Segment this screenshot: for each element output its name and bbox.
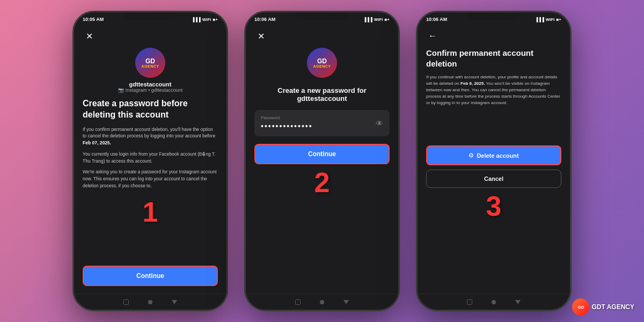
signal-icon-1: ▐▐▐ [192,17,201,22]
watermark-text: GDT AGENCY [591,303,634,311]
avatar-inner-2: GD AGENCY [307,48,337,78]
back-nav-1[interactable] [172,300,177,304]
signal-icon-3: ▐▐▐ [535,17,544,22]
screen3-title: Confirm permanent account deletion [426,48,561,69]
avatar-area-1: GD AGENCY gdttestaccount 📷 Instagram • g… [83,48,218,93]
status-icons-2: ▐▐▐ WiFi ■+ [363,17,390,22]
spacer-3 [426,222,561,286]
delete-account-button[interactable]: ⊙ Delete account [426,145,561,165]
close-icon-1[interactable]: ✕ [83,30,96,42]
continue-button-2[interactable]: Continue [254,144,390,164]
phone-notch-1 [123,12,177,20]
wifi-icon-3: WiFi [546,17,555,22]
cancel-button[interactable]: Cancel [426,170,561,188]
home-nav-3[interactable] [467,299,472,305]
phone-3: 10:06 AM ▐▐▐ WiFi ■+ ← Confirm permanent… [416,11,572,311]
watermark-logo: GD [572,298,589,316]
back-icon-3[interactable]: ← [426,30,439,42]
password-input-wrap[interactable]: Password •••••••••••••• 👁 [254,110,390,136]
screen3-body: If you continue with account deletion, y… [426,74,561,138]
wifi-icon-2: WiFi [374,17,383,22]
home-nav-1[interactable] [123,299,129,305]
screen2-top-nav: ✕ [254,30,390,42]
status-icons-1: ▐▐▐ WiFi ■+ [192,17,218,22]
battery-icon-2: ■+ [384,17,390,22]
logo-bottom-1: AGENCY [142,64,159,68]
avatar-area-2: GD AGENCY [254,48,390,81]
password-label: Password [261,115,313,120]
recents-nav-1[interactable] [148,300,152,304]
phone-notch-2 [295,12,349,20]
phone-screen-3: 10:06 AM ▐▐▐ WiFi ■+ ← Confirm permanent… [418,12,570,310]
bottom-bar-2 [246,294,398,310]
password-field-left: Password •••••••••••••• [261,115,313,131]
avatar-1: GD AGENCY [135,48,165,78]
screen2-content: ✕ GD AGENCY Create a new password for gd… [246,24,398,294]
screen1-content: ✕ GD AGENCY gdttestaccount 📷 Instagram •… [74,24,226,294]
phone-screen-2: 10:06 AM ▐▐▐ WiFi ■+ ✕ GD AGENCY Create … [246,12,398,310]
status-time-3: 10:06 AM [426,17,447,22]
status-time-2: 10:06 AM [254,17,275,22]
eye-icon[interactable]: 👁 [376,119,383,128]
logo-top-1: GD [145,58,155,64]
signal-icon-2: ▐▐▐ [363,17,372,22]
recents-nav-3[interactable] [492,300,496,304]
battery-icon-1: ■+ [213,17,218,22]
battery-icon-3: ■+ [556,17,561,22]
username-1: gdttestaccount [129,81,172,87]
watermark: GD GDT AGENCY [572,298,634,316]
step-number-3: 3 [426,190,561,222]
phone-screen-1: 10:05 AM ▐▐▐ WiFi ■+ ✕ GD AGENCY gdttest… [74,12,226,310]
back-nav-3[interactable] [515,300,521,304]
continue-button-1[interactable]: Continue [83,266,218,286]
avatar-2: GD AGENCY [307,48,337,78]
step-number-1: 1 [83,196,218,228]
bottom-bar-3 [418,294,570,310]
recents-nav-2[interactable] [320,300,324,304]
logo-bottom-2: AGENCY [313,64,331,68]
phone-2: 10:06 AM ▐▐▐ WiFi ■+ ✕ GD AGENCY Create … [244,11,400,311]
spacer-1 [83,228,218,266]
screen1-body1: If you confirm permanent account deletio… [83,126,218,147]
status-time-1: 10:05 AM [83,17,104,22]
wifi-icon-1: WiFi [202,17,211,22]
watermark-logo-text: GD [577,305,584,310]
screen1-title: Create a password before deleting this a… [83,98,218,121]
phone-notch-3 [467,12,521,20]
status-icons-3: ▐▐▐ WiFi ■+ [535,17,561,22]
screen3-top-nav: ← [426,30,561,42]
circle-icon: ⊙ [469,152,473,159]
logo-top-2: GD [317,58,327,64]
screen1-top-nav: ✕ [83,30,218,42]
step-number-2: 2 [254,166,390,199]
home-nav-2[interactable] [295,299,301,305]
username-sub-1: 📷 Instagram • gdttestaccount [118,87,183,93]
bottom-bar-1 [74,294,226,310]
phone-1: 10:05 AM ▐▐▐ WiFi ■+ ✕ GD AGENCY gdttest… [72,11,228,311]
back-nav-2[interactable] [343,300,349,304]
screen1-body2: You currently use login info from your F… [83,151,218,165]
password-value: •••••••••••••• [261,122,313,130]
spacer-2 [254,199,390,286]
screen1-body3: We're asking you to create a password fo… [83,169,218,189]
avatar-inner-1: GD AGENCY [135,48,165,78]
screen3-content: ← Confirm permanent account deletion If … [418,24,570,294]
instagram-icon-1: 📷 [118,87,124,93]
screen2-title: Create a new password for gdttestaccount [254,86,390,103]
close-icon-2[interactable]: ✕ [254,30,267,42]
